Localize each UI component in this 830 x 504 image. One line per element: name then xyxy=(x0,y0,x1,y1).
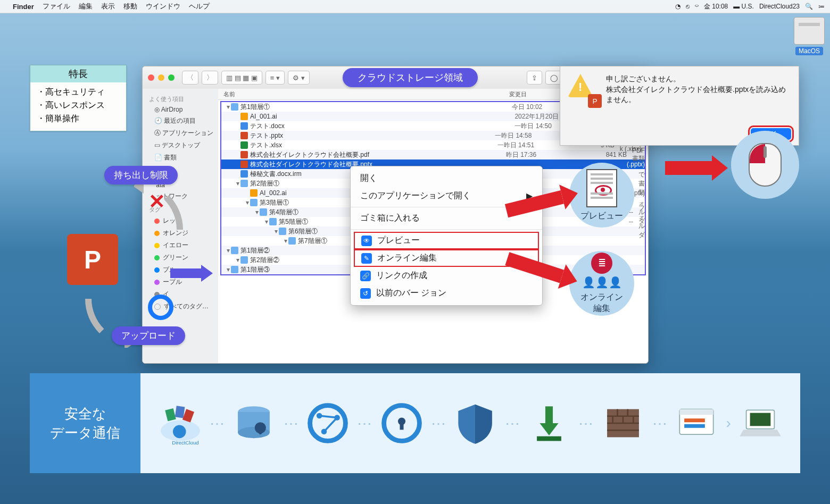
svg-rect-32 xyxy=(680,409,713,415)
view-icons-button[interactable]: ▥ ▤ ▦ ▣ xyxy=(221,71,262,85)
context-menu: 開くこのアプリケーションで開く▶ゴミ箱に入れる👁プレビュー✎オンライン編集🔗リン… xyxy=(350,166,543,306)
status-cloud-icon[interactable]: ◔ xyxy=(675,3,680,10)
ctx-item[interactable]: ↺以前のバー ジョン xyxy=(351,284,542,302)
connector-icon: › xyxy=(726,415,731,432)
status-clock[interactable]: 金 10:08 xyxy=(704,2,728,11)
menu-file[interactable]: ファイル xyxy=(43,2,70,11)
svg-rect-33 xyxy=(684,418,705,422)
svg-line-15 xyxy=(319,416,337,418)
svg-rect-19 xyxy=(400,421,403,430)
feature-item: ・簡単操作 xyxy=(37,112,120,125)
banner-network-icon xyxy=(299,394,356,452)
sidebar-tag[interactable]: イエロー xyxy=(143,239,218,251)
status-list-icon[interactable]: ≔ xyxy=(818,3,825,10)
traffic-lights[interactable] xyxy=(148,74,175,81)
sidebar-tag[interactable]: グリーン xyxy=(143,251,218,264)
features-title: 特長 xyxy=(30,65,126,82)
svg-rect-1 xyxy=(165,408,176,421)
menu-go[interactable]: 移動 xyxy=(123,2,137,11)
banner-laptop-icon xyxy=(732,394,789,452)
allow-icon xyxy=(148,295,173,320)
mouse-circle xyxy=(731,131,799,199)
desktop-drive-icon[interactable]: MacOS xyxy=(794,17,825,55)
file-row[interactable]: 株式会社ダイレクトクラウド会社概要.pdf昨日 17:36841 KBPDF書類 xyxy=(221,150,645,159)
feature-item: ・高セキュリティ xyxy=(37,86,120,99)
connector-icon: ⋯ xyxy=(431,415,446,432)
menu-help[interactable]: ヘルプ xyxy=(189,2,210,11)
cloud-label-pill: クラウドストレージ領域 xyxy=(343,68,478,87)
menubar: Finder ファイル 編集 表示 移動 ウインドウ ヘルプ ◔ ⎋ ⌔ 金 1… xyxy=(0,0,830,13)
ctx-item[interactable]: 👁プレビュー xyxy=(354,232,539,249)
connector-icon: ⋯ xyxy=(652,415,667,432)
menubar-app[interactable]: Finder xyxy=(13,3,34,11)
view-group-button[interactable]: ≡ ▾ xyxy=(265,71,285,85)
status-user[interactable]: DirectCloud23 xyxy=(759,3,800,10)
svg-rect-34 xyxy=(684,424,705,428)
sidebar-desktop[interactable]: ▭ デスクトップ xyxy=(143,139,218,152)
desktop: Finder ファイル 編集 表示 移動 ウインドウ ヘルプ ◔ ⎋ ⌔ 金 1… xyxy=(0,0,830,504)
sidebar-fav-header: よく使う項目 xyxy=(143,92,218,104)
status-wifi-icon[interactable]: ⌔ xyxy=(695,3,699,10)
status-search-icon[interactable]: 🔍 xyxy=(805,3,813,10)
svg-point-4 xyxy=(173,425,186,439)
connector-icon: ⋯ xyxy=(578,415,593,432)
online-edit-circle: ≣ 👤👤👤 オンライン編集 xyxy=(569,251,634,316)
export-restrict-pill: 持ち出し制限 xyxy=(104,166,178,184)
arrow-to-mouse xyxy=(665,157,728,179)
svg-rect-21 xyxy=(537,436,561,441)
menu-edit[interactable]: 編集 xyxy=(79,2,93,11)
svg-rect-10 xyxy=(259,428,262,434)
svg-rect-20 xyxy=(545,406,553,425)
svg-text:DirectCloud: DirectCloud xyxy=(172,440,199,446)
sidebar-documents[interactable]: 📄 書類 xyxy=(143,152,218,164)
svg-line-16 xyxy=(324,417,337,431)
banner-shield-icon xyxy=(446,394,504,452)
banner-db-icon xyxy=(225,394,283,452)
svg-point-11 xyxy=(310,406,346,441)
banner-title: 安全な データ通信 xyxy=(30,373,140,473)
action-button[interactable]: ⚙ ▾ xyxy=(288,71,310,85)
svg-marker-37 xyxy=(740,430,781,436)
status-bluetooth-icon[interactable]: ⎋ xyxy=(686,3,690,10)
upload-arrow xyxy=(170,268,213,283)
preview-circle: プレビュー xyxy=(569,163,634,228)
sidebar-apps[interactable]: Ⓐ アプリケーション xyxy=(143,127,218,139)
secure-transfer-banner: 安全な データ通信 DirectCloud ⋯ ⋯ ⋯ ⋯ ⋯ ⋯ ⋯ › xyxy=(30,373,800,473)
menu-window[interactable]: ウインドウ xyxy=(146,2,180,11)
feature-item: ・高いレスポンス xyxy=(37,99,120,112)
banner-firewall-icon xyxy=(594,394,652,452)
svg-rect-2 xyxy=(175,406,185,418)
menu-view[interactable]: 表示 xyxy=(101,2,115,11)
share-button[interactable]: ⇪ xyxy=(527,71,542,85)
ctx-item[interactable]: 開く xyxy=(351,170,542,187)
status-input[interactable]: ▬ U.S. xyxy=(733,3,754,10)
banner-browser-icon xyxy=(668,394,725,452)
connector-icon: ⋯ xyxy=(210,415,225,432)
connector-icon: ⋯ xyxy=(284,415,298,432)
banner-cloud-icon: DirectCloud xyxy=(152,394,209,452)
svg-rect-36 xyxy=(750,413,771,426)
warning-icon: !P xyxy=(568,74,600,106)
powerpoint-icon: P xyxy=(67,234,118,285)
connector-icon: ⋯ xyxy=(357,415,372,432)
sidebar-airdrop[interactable]: ◎ AirDrop xyxy=(143,104,218,115)
nav-fwd-button[interactable]: 〉 xyxy=(202,71,218,85)
banner-lock-icon xyxy=(373,394,430,452)
nav-back-button[interactable]: 〈 xyxy=(182,71,198,85)
connector-icon: ⋯ xyxy=(505,415,520,432)
banner-download-icon xyxy=(520,394,578,452)
upload-pill: アップロード xyxy=(112,326,185,345)
features-card: 特長 ・高セキュリティ ・高いレスポンス ・簡単操作 xyxy=(30,65,127,131)
sidebar-recents[interactable]: 🕘 最近の項目 xyxy=(143,115,218,127)
deny-icon: ✕ xyxy=(148,194,166,212)
